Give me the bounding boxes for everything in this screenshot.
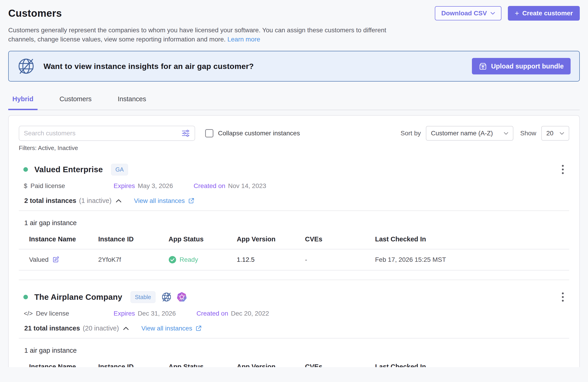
customer-header: Valued Enterprise GA <box>19 163 569 176</box>
col-cves: CVEs <box>305 235 375 243</box>
download-csv-button[interactable]: Download CSV <box>435 6 502 20</box>
collapse-instances-checkbox[interactable] <box>205 129 213 137</box>
customer-menu-button[interactable] <box>560 290 566 304</box>
show-value: 20 <box>546 130 553 137</box>
banner-heading: Want to view instance insights for an ai… <box>43 62 254 71</box>
page-title: Customers <box>8 8 62 19</box>
page-description-text: Customers generally represent the compan… <box>8 27 386 43</box>
sort-by-label: Sort by <box>400 130 421 137</box>
created-on-value: Nov 14, 2023 <box>228 182 266 190</box>
license-type: $ Paid license <box>24 182 99 190</box>
filter-sliders-icon[interactable] <box>181 129 190 138</box>
edit-icon[interactable] <box>52 256 59 263</box>
learn-more-link[interactable]: Learn more <box>227 36 260 43</box>
toolbar: Collapse customer instances Sort by Cust… <box>19 116 569 141</box>
instances-summary-row: 21 total instances (20 inactive) View al… <box>24 324 569 332</box>
col-instance-id: Instance ID <box>98 235 168 243</box>
airgap-banner: Want to view instance insights for an ai… <box>8 51 580 82</box>
col-last-checked-in: Last Checked In <box>375 235 569 243</box>
instances-table-header: Instance Name Instance ID App Status App… <box>19 235 569 249</box>
instances-summary-row: 2 total instances (1 inactive) View all … <box>24 197 569 205</box>
view-all-instances-label: View all instances <box>141 325 192 332</box>
chevron-down-icon <box>490 12 495 15</box>
plus-icon: + <box>515 10 519 17</box>
col-last-checked-in: Last Checked In <box>375 363 569 367</box>
customer-meta-row: $ Paid license Expires May 3, 2026 Creat… <box>19 182 569 190</box>
last-checked-in-value: Feb 17, 2026 15:25 MST <box>375 256 569 263</box>
tab-customers[interactable]: Customers <box>55 92 96 110</box>
airgap-instances-heading: 1 air gap instance <box>24 347 569 354</box>
customers-page: Customers Download CSV + Create customer… <box>0 0 588 382</box>
create-customer-button[interactable]: + Create customer <box>508 6 580 21</box>
external-link-icon <box>195 325 202 332</box>
created-info: Created on Dec 20, 2022 <box>196 310 269 317</box>
upload-icon <box>479 62 487 70</box>
header-actions: Download CSV + Create customer <box>435 6 580 21</box>
inactive-instances-text: (20 inactive) <box>83 324 119 332</box>
customer-type-icons <box>161 292 187 302</box>
divider <box>19 211 569 211</box>
instance-name-cell: Valued <box>29 256 98 263</box>
license-type-label: Paid license <box>30 182 65 190</box>
collapse-instances-toggle[interactable]: Collapse customer instances <box>205 129 300 137</box>
tab-bar: Hybrid Customers Instances <box>8 92 580 110</box>
airgap-globe-icon <box>17 58 35 75</box>
view-all-instances-link[interactable]: View all instances <box>141 325 202 332</box>
sort-by-select[interactable]: Customer name (A-Z) <box>426 126 513 141</box>
inactive-instances-text: (1 inactive) <box>79 197 111 205</box>
table-row: Valued 2YfoK7f Ready <box>19 249 569 271</box>
app-version: 1.12.5 <box>237 256 305 263</box>
instance-id: 2YfoK7f <box>98 256 168 263</box>
active-status-dot <box>23 167 28 172</box>
col-app-status: App Status <box>168 235 237 243</box>
customer-header: The Airplane Company Stable <box>19 290 569 304</box>
view-all-instances-label: View all instances <box>134 197 185 205</box>
customer-meta-row: </> Dev license Expires Dec 31, 2026 Cre… <box>19 310 569 317</box>
kubernetes-icon <box>177 292 187 302</box>
expires-info: Expires May 3, 2026 <box>114 182 173 190</box>
customers-card: Collapse customer instances Sort by Cust… <box>8 115 580 367</box>
active-filters-text: Filters: Active, Inactive <box>19 145 569 152</box>
collapse-chevron-up-icon[interactable] <box>116 199 122 203</box>
search-input[interactable] <box>24 130 181 137</box>
created-on-value: Dec 20, 2022 <box>231 310 269 317</box>
customer-name[interactable]: Valued Enterprise <box>34 165 103 174</box>
expires-label: Expires <box>114 310 135 317</box>
active-status-dot <box>23 295 28 299</box>
license-type-label: Dev license <box>36 310 69 317</box>
created-on-label: Created on <box>196 310 228 317</box>
instances-table: Instance Name Instance ID App Status App… <box>19 363 569 367</box>
show-select[interactable]: 20 <box>541 126 569 141</box>
chevron-down-icon <box>560 132 564 135</box>
tab-hybrid[interactable]: Hybrid <box>8 92 38 110</box>
col-cves: CVEs <box>305 363 375 367</box>
collapse-chevron-up-icon[interactable] <box>123 327 129 330</box>
page-header: Customers Download CSV + Create customer <box>8 0 580 21</box>
sort-show-controls: Sort by Customer name (A-Z) Show 20 <box>400 126 569 141</box>
collapse-instances-label: Collapse customer instances <box>218 130 300 137</box>
instance-name: Valued <box>29 256 48 263</box>
total-instances-text: 2 total instances <box>24 197 76 205</box>
upload-support-bundle-button[interactable]: Upload support bundle <box>472 58 571 74</box>
page-description: Customers generally represent the compan… <box>8 26 414 44</box>
customer-menu-button[interactable] <box>560 163 566 176</box>
customer-name[interactable]: The Airplane Company <box>34 293 122 302</box>
app-status-text: Ready <box>180 256 198 263</box>
airgap-globe-icon <box>161 292 171 302</box>
airgap-instances-heading: 1 air gap instance <box>24 219 569 227</box>
chevron-down-icon <box>504 132 508 135</box>
section-divider <box>19 280 569 280</box>
expires-info: Expires Dec 31, 2026 <box>114 310 176 317</box>
external-link-icon <box>188 198 194 204</box>
download-csv-label: Download CSV <box>441 10 487 17</box>
tab-instances[interactable]: Instances <box>114 92 150 110</box>
total-instances-text: 21 total instances <box>24 324 80 332</box>
show-label: Show <box>520 130 536 137</box>
col-app-status: App Status <box>168 363 237 367</box>
view-all-instances-link[interactable]: View all instances <box>134 197 194 205</box>
license-type: </> Dev license <box>24 310 99 317</box>
col-instance-id: Instance ID <box>98 363 168 367</box>
col-instance-name: Instance Name <box>29 363 98 367</box>
col-app-version: App Version <box>237 235 305 243</box>
col-app-version: App Version <box>237 363 305 367</box>
